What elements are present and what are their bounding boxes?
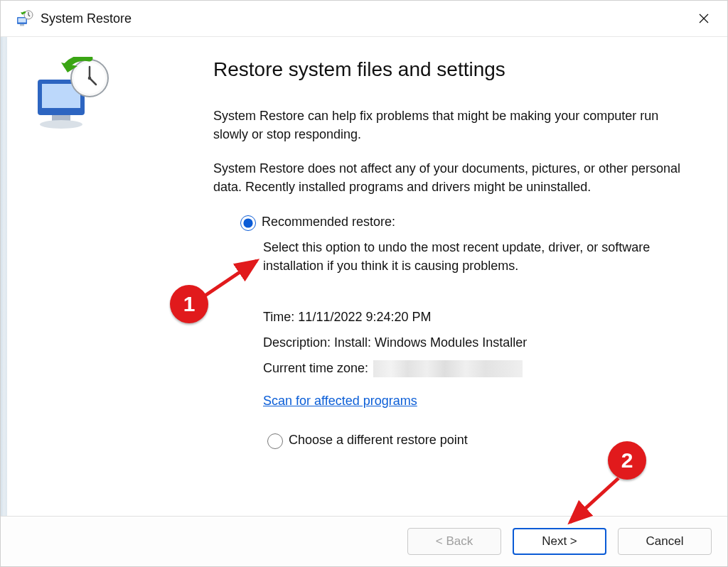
annotation-arrow-2 <box>564 474 628 531</box>
content-area: Restore system files and settings System… <box>213 37 727 516</box>
restore-monitor-clock-icon <box>34 122 112 134</box>
wizard-body: Restore system files and settings System… <box>1 37 727 516</box>
system-restore-icon <box>16 10 33 27</box>
svg-point-7 <box>40 120 82 129</box>
time-label: Time: <box>263 310 294 324</box>
scan-affected-programs-link[interactable]: Scan for affected programs <box>263 394 417 409</box>
recommended-restore-description: Select this option to undo the most rece… <box>263 238 682 275</box>
back-button: < Back <box>407 528 501 555</box>
options-group: Recommended restore: Select this option … <box>240 215 687 448</box>
close-icon <box>699 14 709 23</box>
recommended-restore-radio[interactable] <box>240 215 256 231</box>
different-restore-point-label: Choose a different restore point <box>289 433 468 448</box>
timezone-label: Current time zone: <box>263 361 368 375</box>
window-title: System Restore <box>41 11 685 26</box>
hero-column <box>7 37 213 516</box>
next-button[interactable]: Next > <box>513 528 606 555</box>
svg-point-10 <box>88 77 92 80</box>
cancel-button[interactable]: Cancel <box>618 528 712 555</box>
svg-rect-6 <box>52 115 70 121</box>
side-strip <box>1 37 7 516</box>
recommended-restore-label: Recommended restore: <box>262 215 395 230</box>
restore-point-details: Time: 11/11/2022 9:24:20 PM Description:… <box>263 304 687 381</box>
system-restore-window: System Restore <box>0 0 728 567</box>
svg-rect-1 <box>18 18 26 23</box>
titlebar: System Restore <box>1 1 727 37</box>
intro-paragraph-2: System Restore does not affect any of yo… <box>213 159 687 196</box>
annotation-arrow-1 <box>201 256 265 299</box>
different-restore-point-radio[interactable] <box>267 433 283 449</box>
different-restore-point-option[interactable]: Choose a different restore point <box>267 433 687 449</box>
description-label: Description: <box>263 335 331 350</box>
svg-line-12 <box>570 478 619 522</box>
close-button[interactable] <box>685 4 723 33</box>
page-heading: Restore system files and settings <box>213 58 687 81</box>
description-value: Install: Windows Modules Installer <box>334 335 527 350</box>
time-value: 11/11/2022 9:24:20 PM <box>298 310 431 324</box>
intro-paragraph-1: System Restore can help fix problems tha… <box>213 107 687 144</box>
timezone-redacted <box>373 360 523 377</box>
svg-line-11 <box>204 261 257 296</box>
svg-rect-2 <box>20 24 24 26</box>
recommended-restore-option[interactable]: Recommended restore: <box>240 215 687 231</box>
